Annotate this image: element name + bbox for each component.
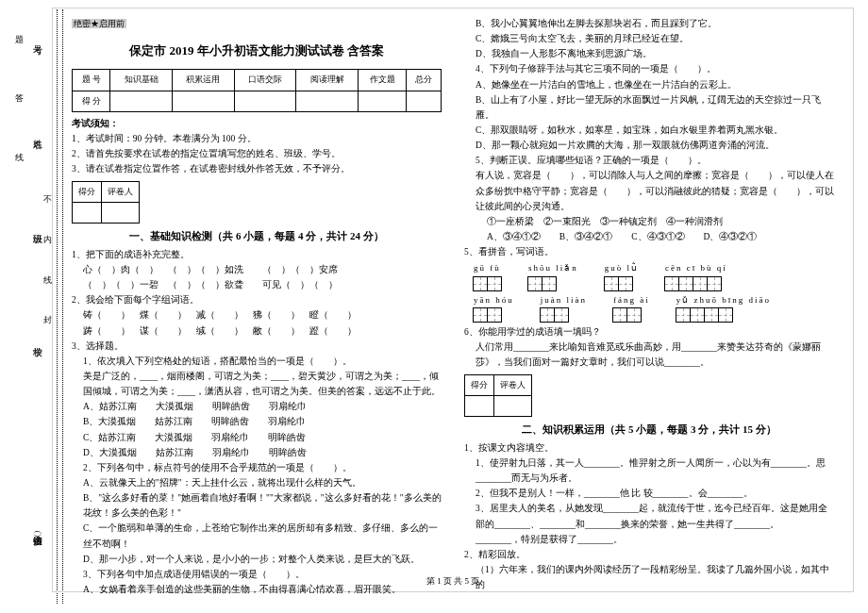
th-5: 作文题 (358, 70, 406, 91)
sb-blank[interactable] (494, 395, 532, 416)
q3p1-text: 美是广泛的，____，烟雨楼阁，可谓之为美；____，碧天黄沙，可谓之为美；__… (72, 369, 442, 399)
q3p1-c: C、姑苏江南 大漠孤烟 羽扇纶巾 明眸皓齿 (72, 430, 442, 445)
py-3: guò lǜ (605, 261, 639, 275)
section-2-title: 二、知识积累运用（共 5 小题，每题 3 分，共计 15 分） (464, 421, 834, 439)
q5-opts: A、③④①② B、③④②① C、④③①② D、④③②① (464, 229, 834, 244)
q1-line1: 心（ ）肉（ ） （ ）（ ）如洗 （ ）（ ）安席 (72, 262, 442, 277)
sb-blank[interactable] (102, 202, 140, 223)
cell-blank[interactable] (110, 91, 173, 111)
q1-line2: （ ）（ ）一碧 （ ）（ ）欲聋 可见（ ）（ ） (72, 277, 442, 292)
sb-blank[interactable] (465, 395, 494, 416)
s2q1-l1: 1、使羿射九日落，其一人________。惟羿射之所一人闻所一，心以为有____… (464, 456, 834, 486)
section-1-title: 一、基础知识检测（共 6 小题，每题 4 分，共计 24 分） (72, 227, 442, 245)
py-5: yān hóu (474, 293, 514, 307)
sb-grader: 评卷人 (494, 374, 532, 395)
q7-text: 人们常用________来比喻知音难觅或乐曲高妙，用________来赞美达芬奇… (464, 340, 834, 370)
scorebox-2: 得分评卷人 (464, 374, 532, 418)
q3p2-d: D、那一小步，对一个人来说，是小小的一步；对整个人类来说，是巨大的飞跃。 (72, 552, 442, 567)
notice-head: 考试须知： (72, 116, 442, 131)
margin-note: 题 答 线 (13, 28, 25, 174)
cell-blank[interactable] (407, 91, 442, 111)
sb-grader: 评卷人 (102, 181, 140, 202)
cell-blank[interactable] (234, 91, 296, 111)
q3p3-d: D、我独自一人形影不离地来到思源广场。 (464, 46, 834, 61)
scorebox-1: 得分评卷人 (72, 181, 140, 224)
s2q2-stem: 2、精彩回放。 (464, 547, 834, 562)
q3p1-a: A、姑苏江南 大漠孤烟 明眸皓齿 羽扇纶巾 (72, 399, 442, 414)
pinyin-row-2: yān hóu juàn liàn fáng ài yǔ zhuō bīng d… (474, 293, 834, 323)
th-4: 阅读理解 (296, 70, 359, 91)
q3p3-b: B、我小心翼翼地伸出左脚去探那块岩石，而且踩到了它。 (464, 16, 834, 31)
row-score: 得 分 (73, 91, 110, 111)
cell-blank[interactable] (173, 91, 235, 111)
th-6: 总分 (407, 70, 442, 91)
th-num: 题 号 (73, 70, 110, 91)
q3p1-b: B、大漠孤烟 姑苏江南 明眸皓齿 羽扇纶巾 (72, 414, 442, 429)
q3p2-stem: 2、下列各句中，标点符号的使用不合乎规范的一项是（ ）。 (72, 460, 442, 475)
th-1: 知识基础 (110, 70, 173, 91)
q5-text: 有人说，宽容是（ ），可以消除人与人之间的摩擦；宽容是（ ），可以使人在众多纷扰… (464, 168, 834, 213)
q2-line1: 铸（ ） 煤（ ） 减（ ） 狒（ ） 瞪（ ） (72, 307, 442, 323)
notice-3: 3、请在试卷指定位置作答，在试卷密封线外作答无效，不予评分。 (72, 161, 442, 176)
sb-score: 得分 (73, 181, 102, 202)
pinyin-row-1: gū fù shōu liǎn guò lǜ cēn cī bù qí (474, 261, 834, 290)
page-footer: 第 1 页 共 5 页 (53, 575, 853, 588)
th-2: 积累运用 (173, 70, 235, 91)
exam-title: 保定市 2019 年小升初语文能力测试试卷 含答案 (72, 41, 442, 61)
py-6: juàn liàn (541, 293, 587, 307)
q3-stem: 3、选择题。 (72, 339, 442, 354)
s2q1-l2: 2、但我不是别人！一样，________他 比 较________。会_____… (464, 486, 834, 501)
q2-stem: 2、我会给下面每个字组词语。 (72, 292, 442, 307)
py-8: yǔ zhuō bīng diāo (676, 293, 771, 307)
s2q1-stem: 1、按课文内容填空。 (464, 440, 834, 456)
secret-tag: 绝密★启用前 (72, 19, 126, 28)
notice-2: 2、请首先按要求在试卷的指定位置填写您的姓名、班级、学号。 (72, 146, 442, 161)
py-4: cēn cī bù qí (665, 261, 727, 275)
q5-stem: 5、判断正误。应填哪些短语？正确的一项是（ ）。 (464, 153, 834, 168)
q3p2-b: B、"这么多好看的菜！"她画着自地好看啊！""大家都说，"这么多好看的花！"多么… (72, 490, 442, 521)
py-7: fáng ài (613, 293, 650, 307)
score-table: 题 号 知识基础 积累运用 口语交际 阅读理解 作文题 总分 得 分 (72, 69, 442, 112)
column-right: B、我小心翼翼地伸出左脚去探那块岩石，而且踩到了它。 C、嫦娥三号向太空飞去，美… (464, 16, 834, 584)
q1-stem: 1、把下面的成语补充完整。 (72, 247, 442, 262)
s2q1-l4: ________，特别是获得了________。 (464, 532, 834, 547)
q4-c: C、那双眼睛呀，如秋水，如寒星，如宝珠，如白水银里养着两丸黑水银。 (464, 123, 834, 138)
py-1: gū fù (474, 261, 502, 275)
q7-stem: 6、你能用学过的成语填一填吗？ (464, 324, 834, 340)
notice-1: 1、考试时间：90 分钟。本卷满分为 100 分。 (72, 131, 442, 146)
q4-stem: 4、下列句子修辞手法与其它三项不同的一项是（ ）。 (464, 61, 834, 76)
q4-d: D、那一颗心就宛如一片欢腾的大海，那一双眼就仿佛两道奔涌的河流。 (464, 138, 834, 153)
q6-stem: 5、看拼音，写词语。 (464, 244, 834, 259)
q2-line2: 踌（ ） 谋（ ） 缄（ ） 敝（ ） 蹬（ ） (72, 323, 442, 339)
q5-choices: ①一座桥梁 ②一束阳光 ③一种镇定剂 ④一种润滑剂 (464, 214, 834, 229)
q3p3-c: C、嫦娥三号向太空飞去，美丽的月球已经近在望。 (464, 31, 834, 46)
binding-margin: 题 答 线 不 内 线 封 考号 姓名 班级 学校 乡镇（街道） (0, 0, 52, 613)
page-frame: 绝密★启用前 保定市 2019 年小升初语文能力测试试卷 含答案 题 号 知识基… (52, 8, 854, 592)
py-2: shōu liǎn (528, 261, 578, 275)
s2q1-l3: 3、居里夫人的美名，从她发现________起，就流传于世，迄今已经百年。这是她… (464, 501, 834, 531)
cell-blank[interactable] (358, 91, 406, 111)
sb-blank[interactable] (73, 202, 102, 223)
cell-blank[interactable] (296, 91, 359, 111)
q3p2-a: A、云就像天上的"招牌"：天上挂什么云，就将出现什么样的天气。 (72, 475, 442, 490)
q3p1-stem: 1、依次填入下列空格处的短语，搭配最恰当的一项是（ ）。 (72, 354, 442, 369)
q3p2-c: C、一个脆弱和单薄的生命，上苍给它制作出来的居所却有多精致、多仔细、多么的一丝不… (72, 521, 442, 551)
column-left: 绝密★启用前 保定市 2019 年小升初语文能力测试试卷 含答案 题 号 知识基… (72, 16, 442, 584)
q4-b: B、山上有了小屋，好比一望无际的水面飘过一片风帆，辽阔无边的天空掠过一只飞雁。 (464, 92, 834, 123)
q3p1-d: D、大漠孤烟 姑苏江南 羽扇纶巾 明眸皓齿 (72, 445, 442, 460)
sb-score: 得分 (465, 374, 494, 395)
q4-a: A、她像坐在一片洁白的雪地上，也像坐在一片洁白的云彩上。 (464, 77, 834, 92)
th-3: 口语交际 (234, 70, 296, 91)
